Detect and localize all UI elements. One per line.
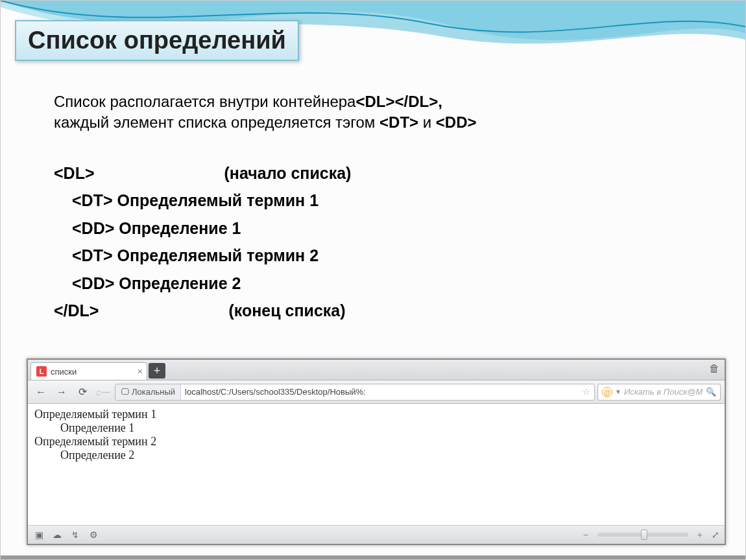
forward-button[interactable]: → [53,384,71,401]
vpn-key-icon[interactable]: ⌕─ [94,384,112,401]
address-text: localhost/C:/Users/school335/Desktop/Нов… [181,387,579,397]
term-1: Определяемый термин 1 [34,408,718,421]
term-2: Определяемый термин 2 [34,435,718,449]
fit-width-icon[interactable]: ⤢ [712,530,719,540]
sync-cloud-icon[interactable]: ☁ [51,530,63,540]
address-bar[interactable]: 🖵 Локальный localhost/C:/Users/school335… [115,384,595,401]
search-box[interactable]: @ ▼ Искать в Поиск@М 🔍 [597,384,721,401]
search-placeholder: Искать в Поиск@М [624,387,703,397]
browser-window: L списки × + 🗑 ← → ⟳ ⌕─ 🖵 Локальный loca… [27,358,726,545]
page-viewport: Определяемый термин 1 Определение 1 Опре… [28,404,725,526]
code-example: <DL>(начало списка) <DT> Определяемый те… [54,159,706,325]
reload-button[interactable]: ⟳ [73,384,91,401]
zoom-slider[interactable] [597,533,688,537]
slide-title-box: Список определений [15,20,299,61]
status-bar: ▣ ☁ ↯ ⚙ − + ⤢ [28,526,725,544]
search-engine-caret-icon[interactable]: ▼ [615,388,621,395]
slide: Список определений Список располагается … [0,0,746,560]
slide-title: Список определений [28,27,286,54]
status-gear-icon[interactable]: ⚙ [88,530,99,540]
slide-body: Список располагается внутри контейнера<D… [54,91,706,325]
intro-text: Список располагается внутри контейнера<D… [54,91,706,134]
mailru-at-icon: @ [602,387,612,397]
zoom-in-icon[interactable]: + [695,530,705,540]
share-icon[interactable]: ↯ [69,530,81,540]
new-tab-button[interactable]: + [149,363,165,379]
tab-favicon-icon: L [36,366,47,377]
search-magnifier-icon[interactable]: 🔍 [706,387,716,397]
zoom-out-icon[interactable]: − [581,530,591,540]
bookmark-star-icon[interactable]: ☆ [579,387,594,397]
tab-close-icon[interactable]: × [138,366,143,377]
definition-2: Определение 2 [60,449,718,462]
panel-toggle-icon[interactable]: ▣ [33,530,45,540]
zoom-thumb[interactable] [641,530,647,540]
definition-list: Определяемый термин 1 Определение 1 Опре… [34,408,718,462]
tab-bar: L списки × + 🗑 [28,360,725,380]
toolbar: ← → ⟳ ⌕─ 🖵 Локальный localhost/C:/Users/… [28,380,725,404]
definition-1: Определение 1 [60,421,718,435]
back-button[interactable]: ← [32,384,50,401]
browser-tab[interactable]: L списки × [30,362,147,380]
monitor-icon: 🖵 [121,387,129,397]
local-badge: 🖵 Локальный [115,384,181,400]
tab-title: списки [51,367,77,377]
closed-tabs-trash-icon[interactable]: 🗑 [709,363,719,375]
